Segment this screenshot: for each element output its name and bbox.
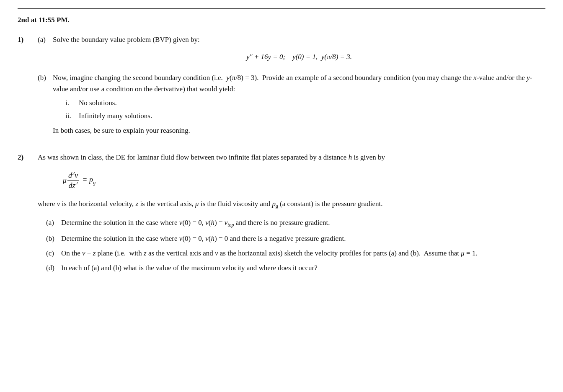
- p2-part-c-content: On the v − z plane (i.e. with z as the v…: [61, 248, 545, 259]
- bvp-equation: y″ + 16y = 0; y(0) = 1, y(π/8) = 3.: [53, 51, 545, 62]
- part-a-content: Solve the boundary value problem (BVP) g…: [53, 34, 545, 68]
- frac-numerator: d2v: [67, 170, 79, 181]
- sub-item-i: i. No solutions.: [65, 97, 545, 108]
- problem-1: 1) (a) Solve the boundary value problem …: [18, 34, 545, 139]
- problem-1-part-b: (b) Now, imagine changing the second bou…: [38, 72, 545, 137]
- problem-1-number: 1): [18, 34, 38, 45]
- problem-2-row: 2) As was shown in class, the DE for lam…: [18, 152, 545, 277]
- p2-part-a-label: (a): [46, 217, 61, 228]
- header-text: 2nd at 11:55 PM.: [18, 16, 70, 24]
- problem-1-content: (a) Solve the boundary value problem (BV…: [38, 34, 545, 139]
- de-fraction: d2v dz2: [67, 170, 79, 191]
- part-b-content: Now, imagine changing the second boundar…: [53, 72, 545, 137]
- problem-2-content: As was shown in class, the DE for lamina…: [38, 152, 545, 277]
- problem-2-number: 2): [18, 152, 38, 163]
- problem-1-row: 1) (a) Solve the boundary value problem …: [18, 34, 545, 139]
- sub-item-i-text: No solutions.: [79, 97, 117, 108]
- p2-part-b-label: (b): [46, 233, 61, 244]
- de-equation: μ d2v dz2 = pg: [63, 170, 545, 191]
- problem-1-part-a: (a) Solve the boundary value problem (BV…: [38, 34, 545, 68]
- problem-2-description: where v is the horizontal velocity, z is…: [38, 198, 545, 210]
- sub-item-ii: ii. Infinitely many solutions.: [65, 110, 545, 121]
- both-cases-text: In both cases, be sure to explain your r…: [53, 125, 545, 136]
- sub-label-i: i.: [65, 97, 79, 108]
- sub-items-list: i. No solutions. ii. Infinitely many sol…: [65, 97, 545, 121]
- sub-item-ii-text: Infinitely many solutions.: [79, 110, 152, 121]
- problem-2-intro: As was shown in class, the DE for lamina…: [38, 152, 545, 163]
- problem-2: 2) As was shown in class, the DE for lam…: [18, 152, 545, 277]
- sub-label-ii: ii.: [65, 110, 79, 121]
- problem-2-part-b: (b) Determine the solution in the case w…: [46, 233, 545, 244]
- p2-part-d-content: In each of (a) and there is no pressure …: [61, 262, 545, 273]
- p2-part-b-content: Determine the solution in the case where…: [61, 233, 545, 244]
- problem-2-part-d: (d) In each of (a) and there is no press…: [46, 262, 545, 273]
- page-container: 2nd at 11:55 PM. 1) (a) Solve the bounda…: [18, 8, 545, 277]
- p2-part-a-content: Determine the solution in the case where…: [61, 217, 545, 229]
- p2-part-d-label: (d): [46, 262, 61, 273]
- p2-part-c-label: (c): [46, 248, 61, 259]
- part-a-label: (a): [38, 34, 53, 45]
- problem-2-part-c: (c) On the v − z plane (i.e. with z as t…: [46, 248, 545, 259]
- problem-2-part-a: (a) Determine the solution in the case w…: [46, 217, 545, 229]
- part-b-label: (b): [38, 72, 53, 83]
- header-line: 2nd at 11:55 PM.: [18, 14, 545, 26]
- frac-denominator: dz2: [68, 181, 79, 191]
